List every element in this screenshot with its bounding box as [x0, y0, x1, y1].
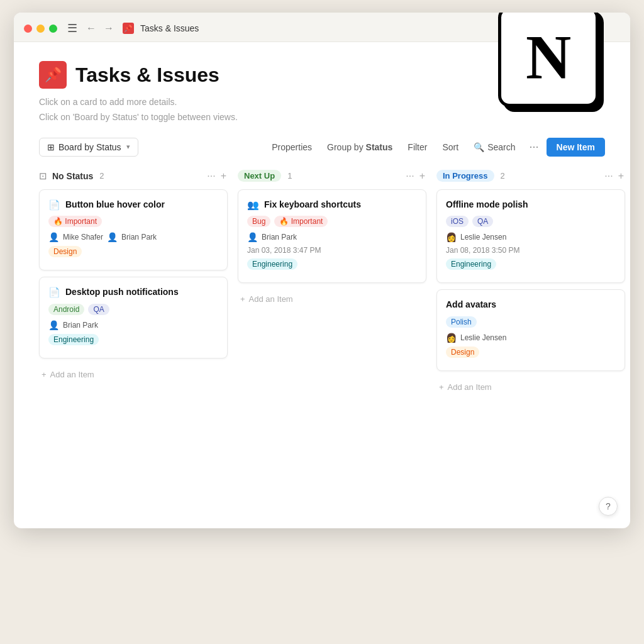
column-next-up: Next Up 1 ··· + 👥 Fix keyboard shortcuts…	[238, 169, 426, 309]
column-in-progress: In Progress 2 ··· + Offline mode polish …	[436, 169, 625, 397]
add-icon: +	[439, 382, 444, 392]
column-actions: ··· +	[206, 169, 228, 183]
card-fix-keyboard[interactable]: 👥 Fix keyboard shortcuts Bug 🔥 Important…	[238, 189, 426, 284]
tag-engineering: Engineering	[446, 258, 496, 270]
card-desktop-push[interactable]: 📄 Desktop push notifications Android QA …	[39, 277, 228, 358]
group-by-button[interactable]: Group by Status	[321, 138, 399, 156]
in-progress-badge: In Progress	[436, 170, 494, 182]
column-header-no-status: ⊡ No Status 2 ··· +	[39, 169, 228, 183]
toolbar-right: Properties Group by Status Filter Sort 🔍…	[265, 138, 605, 157]
column-add-button[interactable]: +	[219, 169, 228, 183]
tag-design: Design	[48, 246, 82, 257]
card-title-row: 📄 Button blue hover color	[48, 199, 218, 211]
page-icon-small: 📌	[123, 23, 134, 34]
card-add-avatars[interactable]: Add avatars Polish 👩 Leslie Jensen Desig…	[436, 289, 625, 371]
next-up-badge: Next Up	[238, 170, 281, 182]
card-people: 👤 Brian Park	[247, 232, 417, 242]
page-icon: 📌	[39, 61, 67, 89]
column-count: 2	[501, 171, 505, 180]
tag-design: Design	[446, 347, 479, 358]
help-button[interactable]: ?	[599, 497, 618, 516]
tag-qa: QA	[472, 216, 493, 227]
card-offline-mode[interactable]: Offline mode polish iOS QA 👩 Leslie Jens…	[436, 189, 625, 284]
fullscreen-button[interactable]	[49, 25, 57, 33]
minimize-button[interactable]	[36, 25, 45, 33]
card-title: Offline mode polish	[446, 199, 528, 211]
board-icon: ⊞	[47, 142, 55, 152]
titlebar-title: Tasks & Issues	[140, 23, 199, 33]
person-name-brian: Brian Park	[121, 233, 157, 242]
forward-button[interactable]: →	[101, 21, 116, 35]
card-doc-icon: 📄	[48, 287, 60, 298]
add-icon: +	[42, 370, 47, 379]
avatar-brian2: 👤	[48, 320, 59, 330]
card-extra-tags: Engineering	[48, 334, 218, 345]
add-item-next-up[interactable]: + Add an Item	[238, 289, 426, 309]
tag-polish: Polish	[446, 316, 477, 328]
add-item-in-progress[interactable]: + Add an Item	[436, 377, 625, 397]
column-more-button[interactable]: ···	[404, 169, 415, 183]
card-date: Jan 08, 2018 3:50 PM	[446, 246, 616, 255]
add-item-label: Add an Item	[249, 294, 293, 304]
page-title: Tasks & Issues	[75, 64, 219, 87]
card-tags: iOS QA	[446, 216, 616, 227]
tag-engineering: Engineering	[247, 258, 297, 270]
add-item-label: Add an Item	[448, 382, 492, 392]
card-tags: Bug 🔥 Important	[247, 216, 417, 227]
card-extra-tags: Design	[446, 347, 616, 358]
avatar-brian3: 👤	[247, 232, 258, 242]
column-no-status: ⊡ No Status 2 ··· + 📄 Button blue hover …	[39, 169, 228, 384]
sort-button[interactable]: Sort	[436, 138, 465, 156]
card-extra-tags: Engineering	[247, 258, 417, 270]
tag-android: Android	[48, 304, 84, 315]
more-options-button[interactable]: ···	[525, 138, 544, 156]
tag-engineering: Engineering	[48, 334, 99, 345]
card-people: 👩 Leslie Jensen	[446, 333, 616, 343]
column-add-button[interactable]: +	[617, 169, 625, 183]
toolbar-left: ⊞ Board by Status ▾	[39, 138, 262, 157]
card-button-blue[interactable]: 📄 Button blue hover color 🔥 Important 👤 …	[39, 189, 228, 271]
tag-qa: QA	[88, 304, 109, 315]
tag-important: 🔥 Important	[48, 216, 102, 227]
notion-logo: N	[498, 13, 611, 119]
card-title-row: 👥 Fix keyboard shortcuts	[247, 199, 417, 211]
app-window: N ☰ ← → 📌 Tasks & Issues 📌 Tasks & Issue…	[14, 13, 630, 528]
search-button[interactable]: 🔍 Search	[467, 138, 521, 156]
card-tags: Polish	[446, 316, 616, 328]
add-item-no-status[interactable]: + Add an Item	[39, 365, 228, 384]
tag-ios: iOS	[446, 216, 469, 227]
card-tags: 🔥 Important	[48, 216, 218, 227]
card-title: Add avatars	[446, 299, 496, 311]
group-by-bold: Status	[366, 142, 393, 152]
search-label: Search	[487, 142, 515, 152]
person-name-brian2: Brian Park	[63, 321, 98, 330]
toolbar: ⊞ Board by Status ▾ Properties Group by …	[39, 138, 605, 157]
new-item-button[interactable]: New Item	[547, 138, 605, 157]
card-doc-icon: 📄	[48, 199, 60, 211]
card-people: 👩 Leslie Jensen	[446, 232, 616, 242]
avatar-mike: 👤	[48, 232, 59, 242]
card-title: Fix keyboard shortcuts	[264, 199, 361, 211]
question-mark-icon: ?	[606, 501, 611, 511]
column-add-button[interactable]: +	[418, 169, 426, 183]
avatar-leslie: 👩	[446, 232, 457, 242]
chevron-down-icon: ▾	[126, 143, 130, 151]
column-more-button[interactable]: ···	[603, 169, 614, 183]
add-icon: +	[240, 294, 245, 304]
group-by-label: Group by	[327, 142, 364, 152]
column-actions: ··· +	[603, 169, 625, 183]
view-selector[interactable]: ⊞ Board by Status ▾	[39, 138, 138, 157]
card-people: 👤 Brian Park	[48, 320, 218, 330]
menu-icon[interactable]: ☰	[67, 21, 77, 35]
column-more-button[interactable]: ···	[206, 169, 216, 183]
person-name-brian3: Brian Park	[262, 233, 297, 242]
notion-logo-box: N	[498, 13, 599, 107]
close-button[interactable]	[24, 25, 32, 33]
person-name-leslie2: Leslie Jensen	[460, 333, 506, 342]
column-count: 1	[287, 171, 292, 180]
properties-button[interactable]: Properties	[265, 138, 318, 156]
back-button[interactable]: ←	[84, 21, 99, 35]
card-extra-tags: Engineering	[446, 258, 616, 270]
filter-button[interactable]: Filter	[401, 138, 433, 156]
column-header-in-progress: In Progress 2 ··· +	[436, 169, 625, 183]
